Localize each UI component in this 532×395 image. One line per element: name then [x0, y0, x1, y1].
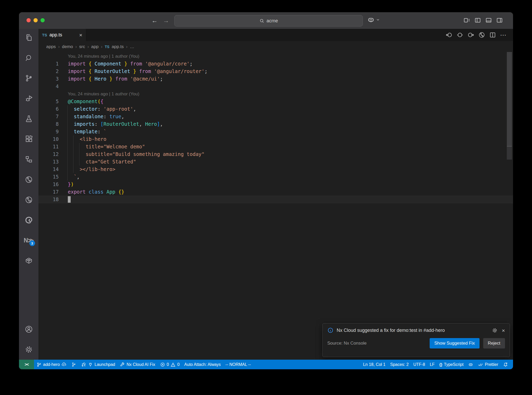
code-line[interactable]: 4 — [38, 83, 513, 90]
close-tab-icon[interactable]: × — [79, 32, 82, 38]
code-line[interactable]: 12 subtitle="Build something amazing tod… — [38, 150, 513, 158]
more-actions-icon[interactable]: ⋯ — [500, 32, 506, 38]
breadcrumb-more[interactable]: … — [130, 44, 134, 49]
code-line[interactable]: 9 template: ` — [38, 128, 513, 135]
line-number[interactable]: 9 — [38, 128, 59, 135]
breadcrumb-item[interactable]: app — [91, 44, 98, 49]
cursor-position-item[interactable]: Ln 18, Col 1 — [361, 360, 388, 369]
sidebar-item-gitlens-inspect[interactable] — [22, 193, 36, 207]
sidebar-item-edge-browser[interactable] — [22, 213, 36, 227]
line-number[interactable]: 11 — [38, 143, 59, 150]
line-number[interactable]: 13 — [38, 158, 59, 166]
toggle-panel-icon[interactable] — [485, 17, 492, 24]
show-suggested-fix-button[interactable]: Show Suggested Fix — [430, 338, 480, 348]
code-line[interactable]: 8 imports: [RouterOutlet, Hero], — [38, 120, 513, 128]
notifications-bell-item[interactable] — [501, 360, 510, 369]
line-number[interactable]: 12 — [38, 150, 59, 158]
tab-app-ts[interactable]: TS app.ts × — [38, 29, 86, 41]
split-editor-icon[interactable] — [489, 31, 496, 38]
copilot-menu-button[interactable] — [367, 16, 380, 24]
gitlens-graph-item[interactable] — [69, 360, 79, 369]
sidebar-item-search[interactable] — [22, 51, 36, 65]
language-mode-item[interactable]: {} TypeScript — [437, 360, 466, 369]
line-number[interactable]: 3 — [38, 75, 59, 83]
navigate-forward-button[interactable]: → — [162, 16, 170, 25]
remote-indicator[interactable]: >< — [19, 360, 34, 369]
sidebar-item-source-control[interactable] — [22, 71, 36, 85]
code-line[interactable]: 1import { Component } from '@angular/cor… — [38, 60, 513, 68]
line-number[interactable]: 4 — [38, 83, 59, 90]
toggle-primary-sidebar-icon[interactable] — [474, 17, 481, 24]
git-branch-item[interactable]: add-hero — [34, 360, 69, 369]
sidebar-item-explorer[interactable] — [22, 31, 36, 44]
copilot-status-item[interactable] — [466, 360, 476, 369]
code-line[interactable]: 18 — [38, 196, 513, 203]
line-number[interactable]: 6 — [38, 105, 59, 113]
code-line[interactable]: 15 `, — [38, 173, 513, 181]
sidebar-item-hierarchy[interactable] — [22, 153, 36, 166]
settings-button[interactable] — [22, 343, 36, 356]
code-line[interactable]: 10 <lib-hero — [38, 135, 513, 143]
code-line[interactable]: 6 selector: 'app-root', — [38, 105, 513, 113]
next-change-icon[interactable] — [467, 31, 474, 38]
line-number[interactable]: 14 — [38, 166, 59, 173]
breadcrumb-item[interactable]: apps — [46, 44, 56, 49]
customize-layout-icon[interactable] — [463, 17, 470, 24]
compare-change-icon[interactable] — [456, 31, 463, 38]
window-zoom-button[interactable] — [41, 18, 45, 22]
gitlens-graph-icon[interactable] — [478, 31, 485, 38]
sidebar-item-testing[interactable] — [22, 112, 36, 126]
line-number[interactable]: 7 — [38, 113, 59, 120]
line-number[interactable]: 1 — [38, 60, 59, 68]
accounts-button[interactable] — [22, 322, 36, 336]
sidebar-item-gitlens[interactable] — [22, 173, 36, 186]
reject-button[interactable]: Reject — [483, 338, 505, 348]
breadcrumb-item[interactable]: demo — [62, 44, 73, 49]
previous-change-icon[interactable] — [445, 31, 453, 38]
code-line[interactable]: 7 standalone: true, — [38, 113, 513, 120]
line-number[interactable]: 10 — [38, 135, 59, 143]
code-line[interactable]: 14 ></lib-hero> — [38, 166, 513, 173]
vim-mode-item[interactable]: -- NORMAL -- — [223, 360, 253, 369]
code-line[interactable]: 17export class App {} — [38, 188, 513, 196]
sidebar-item-containers[interactable] — [22, 254, 36, 267]
nx-cloud-fix-item[interactable]: Nx Cloud AI Fix — [117, 360, 157, 369]
code-line[interactable]: 13 cta="Get Started" — [38, 158, 513, 166]
sidebar-item-extensions[interactable] — [22, 132, 36, 146]
line-number[interactable]: 16 — [38, 181, 59, 188]
blame-line[interactable]: You, 24 minutes ago | 1 author (You) — [38, 90, 513, 98]
navigate-back-button[interactable]: ← — [150, 16, 159, 25]
indentation-item[interactable]: Spaces: 2 — [388, 360, 411, 369]
auto-attach-item[interactable]: Auto Attach: Always — [182, 360, 223, 369]
window-minimize-button[interactable] — [34, 18, 38, 22]
notification-close-icon[interactable]: × — [502, 328, 505, 333]
encoding-item[interactable]: UTF-8 — [411, 360, 427, 369]
toggle-secondary-sidebar-icon[interactable] — [496, 17, 503, 24]
command-center-search[interactable]: acme — [174, 15, 363, 27]
line-number[interactable]: 5 — [38, 98, 59, 105]
formatter-item[interactable]: Prettier — [476, 360, 501, 369]
breadcrumb-item[interactable]: src — [79, 44, 85, 49]
sidebar-item-nx-console[interactable]: N≫3 — [22, 234, 36, 247]
sidebar-item-run-debug[interactable] — [22, 92, 36, 105]
blame-line[interactable]: You, 24 minutes ago | 1 author (You) — [38, 52, 513, 60]
remote-icon: >< — [25, 362, 29, 367]
line-number[interactable]: 17 — [38, 188, 59, 196]
breadcrumb-file[interactable]: app.ts — [112, 44, 124, 49]
code-line[interactable]: 2import { RouterOutlet } from '@angular/… — [38, 68, 513, 75]
line-number[interactable]: 18 — [38, 196, 59, 203]
line-number[interactable]: 2 — [38, 68, 59, 75]
code-line[interactable]: 16}) — [38, 181, 513, 188]
eol-item[interactable]: LF — [427, 360, 437, 369]
code-line[interactable]: 5@Component({ — [38, 98, 513, 105]
line-number[interactable]: 15 — [38, 173, 59, 181]
code-line[interactable]: 3import { Hero } from '@acme/ui'; — [38, 75, 513, 83]
problems-item[interactable]: 0 0 — [158, 360, 182, 369]
editor-scrollbar[interactable] — [507, 52, 512, 146]
notification-settings-gear-icon[interactable] — [492, 327, 498, 333]
code-line[interactable]: 11 title="Welcmoe demo" — [38, 143, 513, 150]
line-number[interactable]: 8 — [38, 120, 59, 128]
window-close-button[interactable] — [26, 18, 31, 22]
code-editor[interactable]: You, 24 minutes ago | 1 author (You)1imp… — [38, 52, 513, 360]
launchpad-item[interactable]: Launchpad — [79, 360, 117, 369]
